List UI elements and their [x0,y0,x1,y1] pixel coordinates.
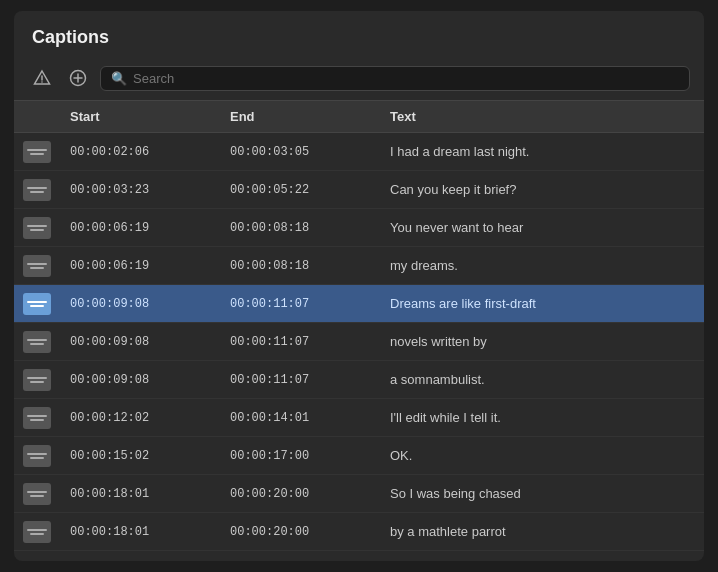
caption-icon [23,179,51,201]
table-header: Start End Text [14,100,704,133]
caption-icon [23,445,51,467]
row-icon-cell [14,403,60,433]
caption-icon [23,483,51,505]
row-start: 00:00:09:08 [60,367,220,393]
icon-line [27,301,47,303]
row-icon-cell [14,479,60,509]
row-end: 00:00:20:00 [220,481,380,507]
add-caption-button[interactable] [64,64,92,92]
icon-line-short [30,381,44,383]
caption-icon [23,369,51,391]
caption-icon [23,331,51,353]
caption-icon [23,293,51,315]
row-start: 00:00:15:02 [60,443,220,469]
search-input[interactable] [133,71,679,86]
row-start: 00:00:02:06 [60,139,220,165]
header-text: Text [380,101,704,132]
row-start: 00:00:12:02 [60,405,220,431]
icon-line-short [30,229,44,231]
icon-line [27,339,47,341]
row-end: 00:00:11:07 [220,329,380,355]
row-end: 00:00:11:07 [220,367,380,393]
row-end: 00:00:08:18 [220,215,380,241]
header-end: End [220,101,380,132]
row-icon-cell [14,251,60,281]
captions-table: Start End Text 00:00:02:0600:00:03:05I h… [14,100,704,561]
svg-point-1 [41,81,43,83]
table-row[interactable]: 00:00:03:2300:00:05:22Can you keep it br… [14,171,704,209]
icon-line [27,187,47,189]
table-row[interactable]: 00:00:09:0800:00:11:07a somnambulist. [14,361,704,399]
row-icon-cell [14,213,60,243]
icon-line [27,453,47,455]
icon-line [27,529,47,531]
row-text: OK. [380,442,704,469]
icon-line-short [30,495,44,497]
icon-line [27,225,47,227]
row-icon-cell [14,327,60,357]
row-icon-cell [14,365,60,395]
row-icon-cell [14,441,60,471]
row-start: 00:00:03:23 [60,177,220,203]
row-icon-cell [14,137,60,167]
header-icon [14,101,60,132]
icon-line [27,491,47,493]
row-icon-cell [14,175,60,205]
row-text: my dreams. [380,252,704,279]
row-end: 00:00:17:00 [220,443,380,469]
row-start: 00:00:09:08 [60,291,220,317]
caption-icon [23,217,51,239]
header-start: Start [60,101,220,132]
table-row[interactable]: 00:00:06:1900:00:08:18my dreams. [14,247,704,285]
row-end: 00:00:08:18 [220,253,380,279]
table-row[interactable]: 00:00:12:0200:00:14:01I'll edit while I … [14,399,704,437]
icon-line-short [30,419,44,421]
table-row[interactable]: 00:00:09:0800:00:11:07novels written by [14,323,704,361]
warning-button[interactable] [28,64,56,92]
table-row[interactable]: 00:00:18:0100:00:20:00So I was being cha… [14,475,704,513]
table-row[interactable]: 00:00:02:0600:00:03:05I had a dream last… [14,133,704,171]
row-text: Can you keep it brief? [380,176,704,203]
icon-line-short [30,533,44,535]
row-text: So I was being chased [380,480,704,507]
icon-line [27,263,47,265]
row-text: novels written by [380,328,704,355]
icon-line-short [30,343,44,345]
row-end: 00:00:03:05 [220,139,380,165]
caption-icon [23,255,51,277]
row-start: 00:00:09:08 [60,329,220,355]
row-text: I'll edit while I tell it. [380,404,704,431]
row-end: 00:00:11:07 [220,291,380,317]
row-text: a somnambulist. [380,366,704,393]
icon-line-short [30,457,44,459]
row-start: 00:00:06:19 [60,253,220,279]
row-icon-cell [14,289,60,319]
panel-title: Captions [14,11,704,58]
table-row[interactable]: 00:00:15:0200:00:17:00OK. [14,437,704,475]
caption-icon [23,521,51,543]
table-row[interactable]: 00:00:09:0800:00:11:07Dreams are like fi… [14,285,704,323]
row-text: Dreams are like first-draft [380,290,704,317]
search-icon: 🔍 [111,71,127,86]
table-body: 00:00:02:0600:00:03:05I had a dream last… [14,133,704,561]
icon-line [27,377,47,379]
icon-line-short [30,191,44,193]
row-start: 00:00:06:19 [60,215,220,241]
caption-icon [23,407,51,429]
table-row[interactable]: 00:00:06:1900:00:08:18You never want to … [14,209,704,247]
row-end: 00:00:14:01 [220,405,380,431]
icon-line-short [30,305,44,307]
icon-line [27,415,47,417]
row-text: You never want to hear [380,214,704,241]
table-row[interactable]: 00:00:18:0100:00:20:00by a mathlete parr… [14,513,704,551]
icon-line [27,149,47,151]
row-text: by a mathlete parrot [380,518,704,545]
toolbar: 🔍 [14,58,704,100]
row-end: 00:00:20:00 [220,519,380,545]
row-start: 00:00:18:01 [60,481,220,507]
caption-icon [23,141,51,163]
row-end: 00:00:05:22 [220,177,380,203]
captions-panel: Captions 🔍 Start End Text [14,11,704,561]
icon-line-short [30,267,44,269]
row-start: 00:00:18:01 [60,519,220,545]
